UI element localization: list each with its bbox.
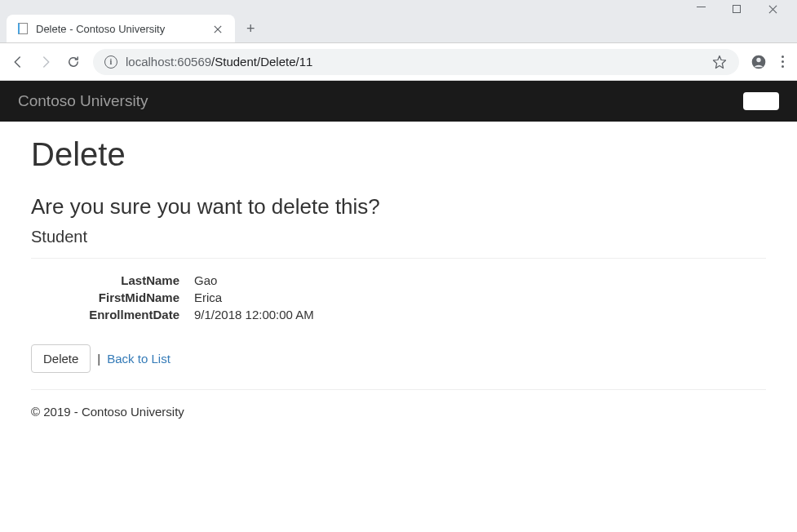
window-minimize-button[interactable] xyxy=(696,4,706,14)
delete-button[interactable]: Delete xyxy=(31,344,91,373)
profile-avatar-icon[interactable] xyxy=(751,54,767,70)
tab-close-button[interactable] xyxy=(210,22,225,36)
field-label: LastName xyxy=(31,273,194,287)
arrow-right-icon xyxy=(38,55,53,69)
window-close-button[interactable] xyxy=(768,4,777,14)
footer-text: © 2019 - Contoso University xyxy=(31,405,766,419)
forward-button[interactable] xyxy=(38,54,54,70)
reload-icon xyxy=(66,55,81,69)
svg-point-1 xyxy=(756,57,760,61)
bookmark-star-icon[interactable] xyxy=(711,54,728,70)
field-label: EnrollmentDate xyxy=(31,308,194,321)
page-content: Delete Are you sure you want to delete t… xyxy=(0,122,797,433)
back-to-list-link[interactable]: Back to List xyxy=(107,352,170,366)
field-value: Erica xyxy=(194,290,766,304)
field-label: FirstMidName xyxy=(31,290,194,304)
separator: | xyxy=(97,352,100,366)
new-tab-button[interactable]: + xyxy=(235,16,267,42)
address-bar[interactable]: i localhost:60569/Student/Delete/11 xyxy=(93,49,739,75)
window-maximize-button[interactable] xyxy=(732,4,742,14)
url-text: localhost:60569/Student/Delete/11 xyxy=(126,55,703,69)
entity-name: Student xyxy=(31,228,766,246)
tab-favicon-icon xyxy=(16,22,29,35)
confirm-message: Are you sure you want to delete this? xyxy=(31,194,766,219)
browser-menu-button[interactable] xyxy=(778,55,787,68)
divider xyxy=(31,389,766,390)
browser-toolbar: i localhost:60569/Student/Delete/11 xyxy=(0,43,797,81)
field-value: 9/1/2018 12:00:00 AM xyxy=(194,308,766,321)
divider xyxy=(31,258,766,259)
navbar-toggle-button[interactable] xyxy=(743,92,779,110)
site-info-icon[interactable]: i xyxy=(104,55,117,69)
arrow-left-icon xyxy=(11,55,25,69)
form-actions: Delete | Back to List xyxy=(31,344,766,373)
field-value: Gao xyxy=(194,273,766,287)
back-button[interactable] xyxy=(10,54,26,70)
page-title: Delete xyxy=(31,136,766,173)
navbar-brand[interactable]: Contoso University xyxy=(18,92,148,110)
browser-tab-active[interactable]: Delete - Contoso University xyxy=(7,15,235,42)
tab-title: Delete - Contoso University xyxy=(36,23,204,35)
details-list: LastName Gao FirstMidName Erica Enrollme… xyxy=(31,273,766,321)
app-navbar: Contoso University xyxy=(0,81,797,122)
reload-button[interactable] xyxy=(65,54,82,70)
browser-chrome: Delete - Contoso University + xyxy=(0,0,797,43)
tab-strip: Delete - Contoso University + xyxy=(0,10,797,42)
